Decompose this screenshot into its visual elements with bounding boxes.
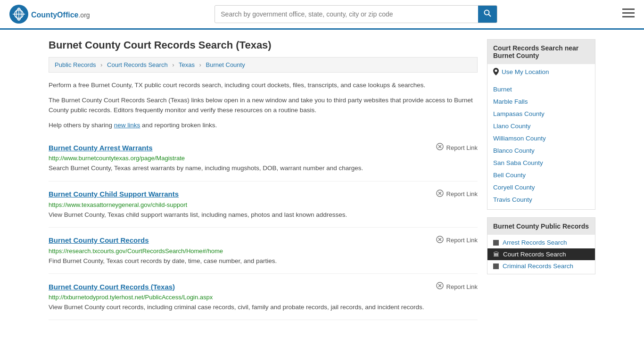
nearby-link-8[interactable]: Coryell County bbox=[493, 184, 535, 191]
nearby-item-9: Travis County bbox=[487, 193, 595, 206]
report-link-2[interactable]: Report Link bbox=[436, 235, 478, 246]
nearby-item-7: Bell County bbox=[487, 169, 595, 181]
breadcrumb-burnet-county[interactable]: Burnet County bbox=[206, 61, 245, 68]
nearby-item-0: Burnet bbox=[487, 83, 595, 95]
public-records-list: Arrest Records Search 🏛 Court Records Se… bbox=[487, 235, 595, 274]
pub-rec-item-1[interactable]: 🏛 Court Records Search bbox=[487, 248, 595, 260]
results-list: Burnet County Arrest Warrants Report Lin… bbox=[49, 135, 478, 320]
result-item-3: Burnet County Court Records (Texas) Repo… bbox=[49, 274, 478, 320]
nearby-link-3[interactable]: Llano County bbox=[493, 123, 531, 130]
report-icon-3 bbox=[436, 281, 444, 292]
pub-rec-item-2[interactable]: Criminal Records Search bbox=[487, 260, 595, 272]
report-icon-2 bbox=[436, 235, 444, 246]
breadcrumb-sep-1: › bbox=[100, 61, 102, 68]
description-para1: Perform a free Burnet County, TX public … bbox=[49, 80, 478, 90]
pub-rec-link-0[interactable]: Arrest Records Search bbox=[503, 239, 567, 246]
breadcrumb: Public Records › Court Records Search › … bbox=[49, 57, 478, 73]
nearby-link-1[interactable]: Marble Falls bbox=[493, 98, 528, 105]
description-para2: The Burnet County Court Records Search (… bbox=[49, 95, 478, 115]
result-item-2: Burnet County Court Records Report Link … bbox=[49, 228, 478, 274]
report-icon-0 bbox=[436, 142, 444, 153]
result-header-2: Burnet County Court Records Report Link bbox=[49, 235, 478, 246]
report-link-3[interactable]: Report Link bbox=[436, 281, 478, 292]
result-header-0: Burnet County Arrest Warrants Report Lin… bbox=[49, 142, 478, 153]
result-desc-0: Search Burnet County, Texas arrest warra… bbox=[49, 164, 478, 173]
nearby-link-5[interactable]: Blanco County bbox=[493, 147, 535, 154]
result-desc-2: Find Burnet County, Texas court records … bbox=[49, 256, 478, 266]
nearby-item-6: San Saba County bbox=[487, 156, 595, 169]
content-area: Burnet County Court Records Search (Texa… bbox=[49, 39, 478, 320]
new-links[interactable]: new links bbox=[114, 122, 140, 129]
nearby-section: Court Records Search near Burnet County … bbox=[487, 39, 595, 210]
sidebar: Court Records Search near Burnet County … bbox=[487, 39, 595, 320]
nearby-item-8: Coryell County bbox=[487, 181, 595, 193]
result-desc-3: View Burnet County court records, includ… bbox=[49, 303, 478, 312]
logo-icon bbox=[9, 5, 28, 24]
result-title-0[interactable]: Burnet County Arrest Warrants bbox=[49, 144, 153, 152]
nearby-item-4: Williamson County bbox=[487, 132, 595, 144]
pub-rec-link-1[interactable]: Court Records Search bbox=[503, 251, 566, 258]
logo-text: CountyOffice.org bbox=[31, 9, 90, 20]
svg-rect-8 bbox=[622, 12, 635, 14]
search-button[interactable] bbox=[478, 6, 497, 23]
result-item-1: Burnet County Child Support Warrants Rep… bbox=[49, 181, 478, 228]
nearby-list: BurnetMarble FallsLampasas CountyLlano C… bbox=[487, 79, 595, 209]
description-para3: Help others by sharing new links and rep… bbox=[49, 120, 478, 131]
nearby-item-2: Lampasas County bbox=[487, 107, 595, 120]
nearby-item-3: Llano County bbox=[487, 120, 595, 132]
menu-button[interactable] bbox=[622, 8, 635, 20]
svg-line-6 bbox=[489, 15, 491, 17]
report-label-0: Report Link bbox=[446, 144, 478, 151]
result-desc-1: View Burnet County, Texas child support … bbox=[49, 210, 478, 220]
svg-point-5 bbox=[485, 10, 489, 15]
page-title: Burnet County Court Records Search (Texa… bbox=[49, 39, 478, 51]
svg-rect-9 bbox=[622, 16, 635, 17]
nearby-link-7[interactable]: Bell County bbox=[493, 172, 526, 179]
nearby-link-0[interactable]: Burnet bbox=[493, 86, 512, 93]
pub-rec-icon-0 bbox=[493, 240, 499, 246]
result-url-2[interactable]: https://research.txcourts.gov/CourtRecor… bbox=[49, 247, 478, 255]
main-container: Burnet County Court Records Search (Texa… bbox=[39, 30, 605, 329]
nearby-link-9[interactable]: Travis County bbox=[493, 196, 532, 203]
result-url-3[interactable]: http://txburnetodyprod.tylerhost.net/Pub… bbox=[49, 294, 478, 301]
public-records-section: Burnet County Public Records Arrest Reco… bbox=[487, 217, 595, 274]
result-title-1[interactable]: Burnet County Child Support Warrants bbox=[49, 190, 179, 198]
breadcrumb-sep-2: › bbox=[172, 61, 174, 68]
use-my-location[interactable]: Use My Location bbox=[487, 64, 595, 79]
report-label-3: Report Link bbox=[446, 283, 478, 290]
nearby-item-1: Marble Falls bbox=[487, 95, 595, 107]
pub-rec-icon-1: 🏛 bbox=[493, 251, 499, 258]
breadcrumb-court-records[interactable]: Court Records Search bbox=[107, 61, 168, 68]
result-header-1: Burnet County Child Support Warrants Rep… bbox=[49, 189, 478, 199]
nearby-link-4[interactable]: Williamson County bbox=[493, 135, 546, 142]
report-label-1: Report Link bbox=[446, 190, 478, 197]
report-label-2: Report Link bbox=[446, 237, 478, 244]
search-input[interactable] bbox=[215, 7, 478, 22]
svg-rect-7 bbox=[622, 8, 635, 10]
result-title-2[interactable]: Burnet County Court Records bbox=[49, 236, 149, 244]
header: CountyOffice.org bbox=[0, 0, 644, 30]
nearby-link-2[interactable]: Lampasas County bbox=[493, 110, 545, 117]
search-bar bbox=[215, 5, 497, 23]
nearby-title: Court Records Search near Burnet County bbox=[487, 40, 595, 64]
nearby-item-5: Blanco County bbox=[487, 144, 595, 156]
svg-point-22 bbox=[495, 70, 497, 72]
report-link-0[interactable]: Report Link bbox=[436, 142, 478, 153]
result-item-0: Burnet County Arrest Warrants Report Lin… bbox=[49, 135, 478, 181]
report-link-1[interactable]: Report Link bbox=[436, 189, 478, 199]
public-records-title: Burnet County Public Records bbox=[487, 218, 595, 235]
logo-area: CountyOffice.org bbox=[9, 5, 90, 24]
pub-rec-icon-2 bbox=[493, 263, 499, 269]
breadcrumb-sep-3: › bbox=[199, 61, 201, 68]
breadcrumb-texas[interactable]: Texas bbox=[179, 61, 195, 68]
result-header-3: Burnet County Court Records (Texas) Repo… bbox=[49, 281, 478, 292]
result-url-1[interactable]: https://www.texasattorneygeneral.gov/chi… bbox=[49, 201, 478, 208]
nearby-link-6[interactable]: San Saba County bbox=[493, 159, 543, 166]
report-icon-1 bbox=[436, 189, 444, 199]
pub-rec-link-2[interactable]: Criminal Records Search bbox=[503, 263, 573, 270]
pub-rec-item-0[interactable]: Arrest Records Search bbox=[487, 237, 595, 248]
breadcrumb-public-records[interactable]: Public Records bbox=[55, 61, 96, 68]
result-title-3[interactable]: Burnet County Court Records (Texas) bbox=[49, 283, 175, 291]
result-url-0[interactable]: http://www.burnetcountytexas.org/page/Ma… bbox=[49, 155, 478, 162]
